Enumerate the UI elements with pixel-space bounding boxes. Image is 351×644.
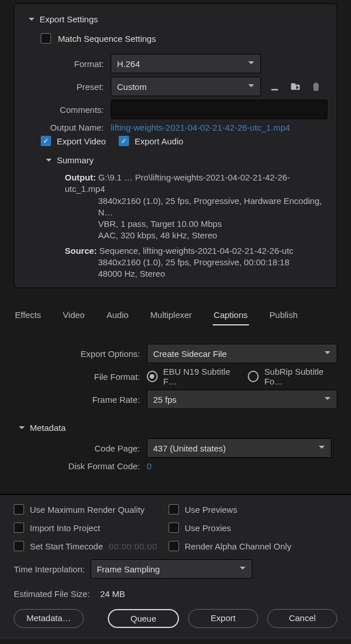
use-proxies-label: Use Proxies bbox=[185, 523, 231, 533]
tab-audio[interactable]: Audio bbox=[106, 304, 130, 325]
summary-source-key: Source: bbox=[65, 246, 97, 256]
import-preset-icon[interactable] bbox=[288, 80, 302, 93]
export-audio-checkbox[interactable] bbox=[119, 136, 129, 146]
time-interp-label: Time Interpolation: bbox=[14, 564, 85, 574]
summary-source-l3: 48000 Hz, Stereo bbox=[98, 268, 165, 280]
chevron-down-icon bbox=[324, 395, 331, 404]
use-max-render-checkbox[interactable] bbox=[14, 504, 24, 515]
export-tabs: Effects Video Audio Multiplexer Captions… bbox=[0, 304, 351, 325]
render-alpha-checkbox[interactable] bbox=[169, 541, 179, 551]
chevron-down-icon bbox=[45, 157, 52, 164]
frame-rate-dropdown[interactable]: 25 fps bbox=[147, 390, 337, 409]
chevron-down-icon bbox=[239, 564, 246, 574]
summary-header[interactable]: Summary bbox=[24, 150, 327, 171]
tab-effects[interactable]: Effects bbox=[14, 304, 42, 325]
est-label: Estimated File Size: bbox=[14, 589, 90, 599]
preset-dropdown[interactable]: Custom bbox=[111, 77, 261, 96]
import-into-project-label: Import Into Project bbox=[30, 523, 100, 533]
tab-captions[interactable]: Captions bbox=[213, 304, 249, 325]
comments-label: Comments: bbox=[24, 105, 104, 115]
code-page-dropdown[interactable]: 437 (United states) bbox=[147, 438, 332, 458]
tab-multiplexer[interactable]: Multiplexer bbox=[149, 304, 193, 325]
export-options-label: Export Options: bbox=[14, 349, 140, 359]
file-format-radio-subrip[interactable] bbox=[248, 371, 259, 382]
time-interp-value: Frame Sampling bbox=[97, 564, 160, 574]
delete-preset-icon[interactable] bbox=[309, 80, 323, 93]
chevron-down-icon bbox=[324, 349, 331, 358]
file-format-opt1: EBU N19 Subtitle F… bbox=[163, 367, 239, 386]
use-max-render-label: Use Maximum Render Quality bbox=[30, 505, 145, 515]
chevron-down-icon bbox=[28, 16, 35, 23]
import-into-project-checkbox[interactable] bbox=[14, 523, 24, 533]
disk-format-code-value[interactable]: 0 bbox=[147, 461, 151, 471]
time-interp-dropdown[interactable]: Frame Sampling bbox=[91, 559, 252, 579]
format-label: Format: bbox=[24, 59, 104, 69]
metadata-header[interactable]: Metadata bbox=[14, 413, 337, 435]
file-format-radio-ebu[interactable] bbox=[147, 371, 158, 382]
queue-button[interactable]: Queue bbox=[108, 609, 179, 628]
summary-source: Source: Sequence, lifting-weights-2021-0… bbox=[65, 245, 327, 280]
code-page-value: 437 (United states) bbox=[153, 443, 226, 453]
chevron-down-icon bbox=[248, 59, 255, 68]
chevron-down-icon bbox=[248, 82, 255, 91]
estimated-file-size: Estimated File Size: 24 MB bbox=[14, 589, 337, 599]
output-name-label: Output Name: bbox=[24, 123, 104, 132]
export-footer: Use Maximum Render Quality Use Previews … bbox=[0, 494, 351, 639]
export-audio-label: Export Audio bbox=[135, 136, 184, 146]
save-preset-icon[interactable] bbox=[268, 80, 282, 93]
export-settings-title: Export Settings bbox=[40, 14, 98, 24]
export-settings-panel: Export Settings Match Sequence Settings … bbox=[14, 3, 337, 288]
format-dropdown[interactable]: H.264 bbox=[111, 54, 261, 73]
summary-title: Summary bbox=[57, 155, 93, 165]
captions-panel: Export Options: Create Sidecar File File… bbox=[0, 325, 351, 471]
match-sequence-checkbox[interactable] bbox=[41, 33, 51, 44]
format-value: H.264 bbox=[117, 59, 140, 69]
export-options-value: Create Sidecar File bbox=[153, 349, 227, 359]
cancel-button[interactable]: Cancel bbox=[267, 609, 337, 628]
export-settings-header[interactable]: Export Settings bbox=[24, 12, 327, 30]
summary-output-l4: AAC, 320 kbps, 48 kHz, Stereo bbox=[98, 230, 217, 241]
summary-output-l3: VBR, 1 pass, Target 10.00 Mbps bbox=[98, 218, 222, 230]
preset-value: Custom bbox=[117, 82, 147, 92]
render-alpha-label: Render Alpha Channel Only bbox=[185, 541, 291, 551]
preset-label: Preset: bbox=[24, 82, 104, 92]
frame-rate-value: 25 fps bbox=[153, 395, 177, 405]
file-format-opt2: SubRip Subtitle Fo… bbox=[264, 367, 337, 386]
summary-output: Output: G:\9.1 … Pro\lifting-weights-202… bbox=[65, 172, 327, 242]
file-format-label: File Format: bbox=[14, 372, 140, 382]
summary-output-key: Output: bbox=[65, 172, 96, 182]
export-options-dropdown[interactable]: Create Sidecar File bbox=[147, 344, 337, 363]
summary-output-l1: G:\9.1 … Pro\lifting-weights-2021-04-02-… bbox=[65, 172, 290, 194]
tab-video[interactable]: Video bbox=[62, 304, 86, 325]
use-proxies-checkbox[interactable] bbox=[169, 523, 179, 533]
chevron-down-icon bbox=[318, 443, 325, 453]
export-video-checkbox[interactable] bbox=[41, 136, 51, 146]
set-start-tc-label: Set Start Timecode bbox=[30, 541, 103, 551]
metadata-title: Metadata bbox=[30, 423, 66, 433]
set-start-tc-placeholder: 00:00:00:00 bbox=[109, 541, 158, 551]
comments-input[interactable] bbox=[111, 100, 327, 119]
disk-format-code-label: Disk Format Code: bbox=[14, 461, 140, 471]
summary-source-l1: Sequence, lifting-weights-2021-04-02-21-… bbox=[99, 246, 294, 256]
export-button[interactable]: Export bbox=[188, 609, 258, 628]
set-start-tc-checkbox[interactable] bbox=[14, 541, 24, 551]
use-previews-checkbox[interactable] bbox=[169, 504, 179, 515]
frame-rate-label: Frame Rate: bbox=[14, 395, 140, 405]
match-sequence-label: Match Sequence Settings bbox=[58, 34, 156, 44]
tab-publish[interactable]: Publish bbox=[268, 304, 299, 325]
export-video-label: Export Video bbox=[57, 136, 106, 146]
output-name-link[interactable]: lifting-weights-2021-04-02-21-42-26-utc_… bbox=[111, 123, 290, 132]
use-previews-label: Use Previews bbox=[185, 505, 237, 515]
summary-source-l2: 3840x2160 (1.0), 25 fps, Progressive, 00… bbox=[98, 257, 290, 268]
code-page-label: Code Page: bbox=[14, 443, 140, 453]
est-value: 24 MB bbox=[100, 589, 125, 599]
metadata-button[interactable]: Metadata… bbox=[14, 609, 84, 628]
summary-output-l2: 3840x2160 (1.0), 25 fps, Progressive, Ha… bbox=[98, 195, 327, 219]
chevron-down-icon bbox=[18, 425, 25, 431]
